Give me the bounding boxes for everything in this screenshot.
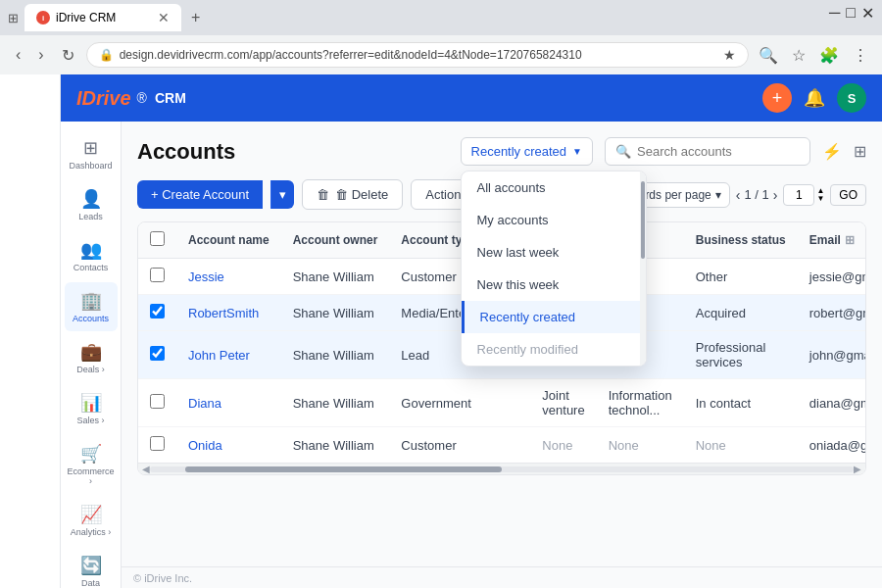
go-btn[interactable]: GO bbox=[830, 184, 866, 206]
dropdown-item-recently-created[interactable]: Recently created bbox=[462, 301, 646, 333]
scroll-right-btn[interactable]: ▶ bbox=[854, 464, 861, 474]
page-info: 1 / 1 bbox=[744, 187, 768, 202]
account-name-link-3[interactable]: John Peter bbox=[188, 348, 250, 363]
bookmark-btn[interactable]: ☆ bbox=[788, 42, 809, 69]
email-col-icon: ⊞ bbox=[845, 233, 855, 247]
create-account-caret-btn[interactable]: ▾ bbox=[270, 180, 294, 209]
url-text: design.devidrivecrm.com/app/accounts?ref… bbox=[120, 48, 717, 62]
sidebar-item-leads[interactable]: 👤 Leads bbox=[65, 180, 118, 229]
app-footer: © iDrive Inc. bbox=[122, 566, 882, 588]
sidebar-label-contacts: Contacts bbox=[74, 263, 109, 272]
app-logo: IDrive ® CRM bbox=[76, 87, 751, 110]
search-browser-btn[interactable]: 🔍 bbox=[755, 42, 782, 69]
account-name-link-2[interactable]: RobertSmith bbox=[188, 306, 259, 320]
td-checkbox-3 bbox=[138, 331, 176, 379]
filter-dropdown-btn[interactable]: Recently created ▼ bbox=[461, 137, 593, 166]
create-account-btn[interactable]: + Create Account bbox=[137, 180, 263, 209]
forward-btn[interactable]: › bbox=[32, 42, 49, 68]
page-down-btn[interactable]: ▼ bbox=[816, 195, 824, 203]
row-checkbox-4[interactable] bbox=[150, 394, 165, 409]
grid-view-btn[interactable]: ⊞ bbox=[854, 142, 866, 161]
email-col-label: Email bbox=[809, 233, 841, 247]
address-bar[interactable]: 🔒 design.devidrivecrm.com/app/accounts?r… bbox=[86, 42, 749, 68]
td-owner-2: Shane William bbox=[281, 295, 390, 331]
sidebar-item-sales[interactable]: 📊 Sales › bbox=[65, 384, 118, 433]
sidebar-label-analytics: Analytics › bbox=[71, 527, 112, 537]
back-btn[interactable]: ‹ bbox=[10, 42, 26, 68]
filter-dropdown-menu: All accounts My accounts New last week N… bbox=[461, 171, 647, 367]
tab-close-btn[interactable]: ✕ bbox=[158, 10, 170, 25]
td-account-name-3: John Peter bbox=[176, 331, 281, 379]
next-page-btn[interactable]: › bbox=[773, 187, 778, 203]
dropdown-item-new-this-week[interactable]: New this week bbox=[462, 269, 646, 301]
dropdown-item-recently-modified[interactable]: Recently modified bbox=[462, 333, 646, 366]
th-account-owner: Account owner bbox=[281, 222, 390, 259]
main-area: IDrive ® CRM + 🔔 S ⊞ Dashboard 👤 Leads bbox=[61, 74, 882, 588]
dropdown-list: All accounts My accounts New last week N… bbox=[462, 172, 646, 366]
more-browser-btn[interactable]: ⋮ bbox=[849, 42, 872, 69]
maximize-btn[interactable]: □ bbox=[846, 4, 856, 23]
advanced-filter-btn[interactable]: ⚡ bbox=[822, 142, 842, 161]
dropdown-scrollbar[interactable] bbox=[640, 172, 646, 366]
sidebar-item-ecommerce[interactable]: 🛒 Ecommerce › bbox=[65, 435, 118, 494]
account-name-link-5[interactable]: Onida bbox=[188, 438, 222, 453]
sidebar-item-data-migration[interactable]: 🔄 Data Migration bbox=[65, 547, 118, 588]
row-checkbox-5[interactable] bbox=[150, 436, 165, 451]
browser-nav-icons: 🔍 ☆ 🧩 ⋮ bbox=[755, 42, 872, 69]
dropdown-item-my[interactable]: My accounts bbox=[462, 204, 646, 236]
sidebar-item-deals[interactable]: 💼 Deals › bbox=[65, 333, 118, 382]
sidebar-label-deals: Deals › bbox=[76, 365, 105, 374]
td-email-4: diana@gmail.com bbox=[798, 379, 866, 427]
minimize-btn[interactable]: ─ bbox=[829, 4, 840, 23]
account-name-link-1[interactable]: Jessie bbox=[188, 270, 224, 284]
td-email-1: jessie@gmail.com bbox=[798, 259, 866, 295]
notification-btn[interactable]: 🔔 bbox=[804, 87, 825, 109]
dropdown-item-new-last-week[interactable]: New last week bbox=[462, 236, 646, 269]
scrollbar-track[interactable] bbox=[150, 466, 854, 472]
th-checkbox bbox=[138, 222, 176, 259]
sidebar-item-contacts[interactable]: 👥 Contacts bbox=[65, 231, 118, 280]
tab-title: iDrive CRM bbox=[56, 11, 116, 24]
search-input[interactable] bbox=[637, 144, 800, 159]
row-checkbox-3[interactable] bbox=[150, 346, 165, 361]
horizontal-scrollbar[interactable]: ◀ ▶ bbox=[138, 463, 865, 474]
sidebar-item-analytics[interactable]: 📈 Analytics › bbox=[65, 496, 118, 545]
logo-icon: IDrive bbox=[76, 87, 131, 110]
browser-tab[interactable]: i iDrive CRM ✕ bbox=[24, 4, 181, 31]
td-email-2: robert@gmail.com bbox=[798, 295, 866, 331]
extensions-btn[interactable]: 🧩 bbox=[815, 42, 843, 69]
sidebar-label-sales: Sales › bbox=[76, 416, 104, 425]
account-name-link-4[interactable]: Diana bbox=[188, 396, 221, 411]
browser-chrome: ⊞ i iDrive CRM ✕ + ─ □ ✕ bbox=[0, 0, 882, 35]
td-bstatus-4: In contact bbox=[684, 379, 798, 427]
select-all-checkbox[interactable] bbox=[150, 231, 165, 246]
page-main: Accounts Recently created ▼ All accounts… bbox=[122, 122, 882, 566]
delete-btn[interactable]: 🗑 🗑 Delete bbox=[302, 179, 403, 210]
th-email: Email ⊞ bbox=[798, 222, 866, 259]
sidebar-item-dashboard[interactable]: ⊞ Dashboard bbox=[65, 129, 118, 178]
sidebar-item-accounts[interactable]: 🏢 Accounts bbox=[65, 282, 118, 331]
td-owner-5: Shane William bbox=[281, 427, 390, 464]
accounts-icon: 🏢 bbox=[80, 290, 102, 312]
dropdown-item-all[interactable]: All accounts bbox=[462, 172, 646, 204]
dropdown-scrollbar-thumb bbox=[641, 181, 645, 259]
refresh-btn[interactable]: ↻ bbox=[56, 42, 80, 69]
scroll-left-btn[interactable]: ◀ bbox=[142, 464, 150, 474]
close-window-btn[interactable]: ✕ bbox=[861, 4, 874, 23]
data-migration-icon: 🔄 bbox=[80, 555, 102, 576]
page-title: Accounts bbox=[137, 139, 449, 165]
sidebar-item-accounts[interactable] bbox=[4, 82, 57, 98]
add-new-btn[interactable]: + bbox=[762, 83, 792, 113]
search-box[interactable]: 🔍 bbox=[605, 137, 810, 166]
delete-icon: 🗑 bbox=[317, 187, 329, 202]
row-checkbox-2[interactable] bbox=[150, 304, 165, 318]
table-row: Diana Shane William Government Joint ven… bbox=[138, 379, 866, 427]
td-bstatus-1: Other bbox=[684, 259, 798, 295]
row-checkbox-1[interactable] bbox=[150, 268, 165, 282]
page-input[interactable] bbox=[783, 184, 814, 206]
new-tab-btn[interactable]: + bbox=[187, 9, 204, 26]
td-email-3: john@gmail.com bbox=[798, 331, 866, 379]
user-avatar[interactable]: S bbox=[837, 83, 866, 113]
deals-icon: 💼 bbox=[80, 341, 102, 363]
prev-page-btn[interactable]: ‹ bbox=[736, 187, 741, 203]
